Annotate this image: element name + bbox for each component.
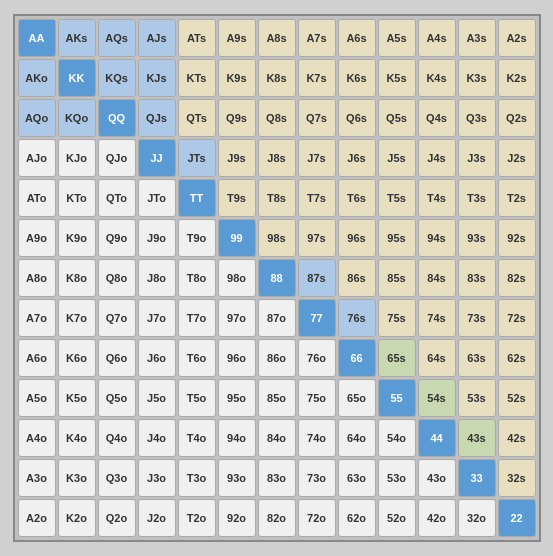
hand-cell[interactable]: K2s: [498, 59, 536, 97]
hand-cell[interactable]: 94o: [218, 419, 256, 457]
hand-cell[interactable]: Q5s: [378, 99, 416, 137]
hand-cell[interactable]: 44: [418, 419, 456, 457]
hand-cell[interactable]: Q5o: [98, 379, 136, 417]
hand-cell[interactable]: 99: [218, 219, 256, 257]
hand-cell[interactable]: JJ: [138, 139, 176, 177]
hand-cell[interactable]: JTo: [138, 179, 176, 217]
hand-cell[interactable]: Q7s: [298, 99, 336, 137]
hand-cell[interactable]: J4o: [138, 419, 176, 457]
hand-cell[interactable]: Q2o: [98, 499, 136, 537]
hand-cell[interactable]: 62s: [498, 339, 536, 377]
hand-cell[interactable]: JTs: [178, 139, 216, 177]
hand-cell[interactable]: Q3o: [98, 459, 136, 497]
hand-cell[interactable]: J8o: [138, 259, 176, 297]
hand-cell[interactable]: AKo: [18, 59, 56, 97]
hand-cell[interactable]: T3o: [178, 459, 216, 497]
hand-cell[interactable]: Q6o: [98, 339, 136, 377]
hand-cell[interactable]: 42s: [498, 419, 536, 457]
hand-cell[interactable]: KTs: [178, 59, 216, 97]
hand-cell[interactable]: T5o: [178, 379, 216, 417]
hand-cell[interactable]: 72s: [498, 299, 536, 337]
hand-cell[interactable]: KTo: [58, 179, 96, 217]
hand-cell[interactable]: 53o: [378, 459, 416, 497]
hand-cell[interactable]: T2s: [498, 179, 536, 217]
hand-cell[interactable]: 73o: [298, 459, 336, 497]
hand-cell[interactable]: Q8s: [258, 99, 296, 137]
hand-cell[interactable]: A3o: [18, 459, 56, 497]
hand-cell[interactable]: 75s: [378, 299, 416, 337]
hand-cell[interactable]: 82o: [258, 499, 296, 537]
hand-cell[interactable]: 63s: [458, 339, 496, 377]
hand-cell[interactable]: K3s: [458, 59, 496, 97]
hand-cell[interactable]: 32s: [498, 459, 536, 497]
hand-cell[interactable]: QJs: [138, 99, 176, 137]
hand-cell[interactable]: AKs: [58, 19, 96, 57]
hand-cell[interactable]: J6s: [338, 139, 376, 177]
hand-cell[interactable]: Q9o: [98, 219, 136, 257]
hand-cell[interactable]: 65s: [378, 339, 416, 377]
hand-cell[interactable]: KQo: [58, 99, 96, 137]
hand-cell[interactable]: KQs: [98, 59, 136, 97]
hand-cell[interactable]: 63o: [338, 459, 376, 497]
hand-cell[interactable]: A5o: [18, 379, 56, 417]
hand-cell[interactable]: T8s: [258, 179, 296, 217]
hand-cell[interactable]: T8o: [178, 259, 216, 297]
hand-cell[interactable]: A7o: [18, 299, 56, 337]
hand-cell[interactable]: AQs: [98, 19, 136, 57]
hand-cell[interactable]: K8o: [58, 259, 96, 297]
hand-cell[interactable]: KJs: [138, 59, 176, 97]
hand-cell[interactable]: Q8o: [98, 259, 136, 297]
hand-cell[interactable]: J5s: [378, 139, 416, 177]
hand-cell[interactable]: 85o: [258, 379, 296, 417]
hand-cell[interactable]: 53s: [458, 379, 496, 417]
hand-cell[interactable]: T7o: [178, 299, 216, 337]
hand-cell[interactable]: Q7o: [98, 299, 136, 337]
hand-cell[interactable]: ATs: [178, 19, 216, 57]
hand-cell[interactable]: T3s: [458, 179, 496, 217]
hand-cell[interactable]: AQo: [18, 99, 56, 137]
hand-cell[interactable]: J4s: [418, 139, 456, 177]
hand-cell[interactable]: Q3s: [458, 99, 496, 137]
hand-cell[interactable]: A8s: [258, 19, 296, 57]
hand-cell[interactable]: 73s: [458, 299, 496, 337]
hand-cell[interactable]: QQ: [98, 99, 136, 137]
hand-cell[interactable]: A9o: [18, 219, 56, 257]
hand-cell[interactable]: K5o: [58, 379, 96, 417]
hand-cell[interactable]: J3s: [458, 139, 496, 177]
hand-cell[interactable]: 83s: [458, 259, 496, 297]
hand-cell[interactable]: Q6s: [338, 99, 376, 137]
hand-cell[interactable]: 54o: [378, 419, 416, 457]
hand-cell[interactable]: A2o: [18, 499, 56, 537]
hand-cell[interactable]: KK: [58, 59, 96, 97]
hand-cell[interactable]: T9s: [218, 179, 256, 217]
hand-cell[interactable]: T4o: [178, 419, 216, 457]
hand-cell[interactable]: A8o: [18, 259, 56, 297]
hand-cell[interactable]: Q2s: [498, 99, 536, 137]
hand-cell[interactable]: K8s: [258, 59, 296, 97]
hand-cell[interactable]: 95s: [378, 219, 416, 257]
hand-cell[interactable]: T9o: [178, 219, 216, 257]
hand-cell[interactable]: Q4s: [418, 99, 456, 137]
hand-cell[interactable]: A3s: [458, 19, 496, 57]
hand-cell[interactable]: J9o: [138, 219, 176, 257]
hand-cell[interactable]: 96o: [218, 339, 256, 377]
hand-cell[interactable]: K6o: [58, 339, 96, 377]
hand-cell[interactable]: J7o: [138, 299, 176, 337]
hand-cell[interactable]: K3o: [58, 459, 96, 497]
hand-cell[interactable]: Q9s: [218, 99, 256, 137]
hand-cell[interactable]: 52o: [378, 499, 416, 537]
hand-cell[interactable]: T5s: [378, 179, 416, 217]
hand-cell[interactable]: K6s: [338, 59, 376, 97]
hand-cell[interactable]: 87s: [298, 259, 336, 297]
hand-cell[interactable]: 64s: [418, 339, 456, 377]
hand-cell[interactable]: J6o: [138, 339, 176, 377]
hand-cell[interactable]: 84s: [418, 259, 456, 297]
hand-cell[interactable]: J3o: [138, 459, 176, 497]
hand-cell[interactable]: 52s: [498, 379, 536, 417]
hand-cell[interactable]: 76s: [338, 299, 376, 337]
hand-cell[interactable]: 92s: [498, 219, 536, 257]
hand-cell[interactable]: 92o: [218, 499, 256, 537]
hand-cell[interactable]: QTs: [178, 99, 216, 137]
hand-cell[interactable]: 66: [338, 339, 376, 377]
hand-cell[interactable]: 74o: [298, 419, 336, 457]
